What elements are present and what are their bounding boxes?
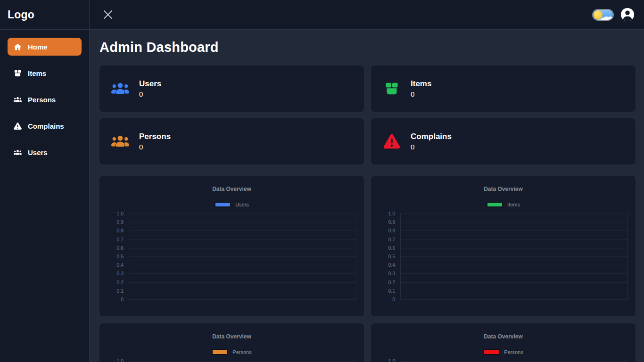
y-axis-tick-label: 0.4 (107, 262, 124, 268)
chart-title: Data Overview (107, 186, 357, 192)
stat-value: 0 (139, 143, 171, 151)
y-axis-line (400, 214, 401, 299)
user-avatar[interactable] (620, 8, 635, 22)
y-axis-tick-label: 0.1 (378, 288, 395, 294)
plot-right-border (356, 214, 356, 299)
y-axis-tick-label: 0.4 (378, 262, 395, 268)
chart-legend[interactable]: Persons (378, 349, 628, 355)
topbar-right (593, 8, 635, 22)
chart-plot-area: 1.00.90.80.70.60.50.40.30.20.10 (107, 214, 357, 299)
gridline (129, 299, 356, 300)
users-icon (13, 95, 22, 104)
y-axis-line (129, 214, 129, 299)
y-axis-tick-label: 0.2 (378, 280, 395, 285)
topbar (90, 0, 644, 30)
stat-label: Persons (139, 132, 171, 141)
y-axis-tick-label: 0.8 (107, 228, 124, 233)
gridline (400, 230, 628, 231)
y-axis-tick-label: 0.7 (378, 237, 395, 242)
sidebar-item-label: Users (28, 148, 48, 156)
sidebar-item-label: Items (28, 69, 46, 77)
y-axis-tick-label: 0.1 (107, 288, 124, 294)
y-axis-tick-label: 0 (378, 296, 395, 302)
sidebar-nav: HomeItemsPersonsComplainsUsers (0, 30, 89, 178)
chart-card-2: Data OverviewItems1.00.90.80.70.60.50.40… (371, 176, 636, 316)
y-axis-tick-label: 0.3 (107, 271, 124, 276)
chart-card-4: Data OverviewPersons1.00.90.80.70.60.50.… (371, 323, 636, 362)
chart-title: Data Overview (378, 186, 628, 192)
chart-legend[interactable]: Persons (107, 349, 357, 355)
gridline (400, 248, 628, 248)
y-axis-tick-label: 0.6 (107, 245, 124, 251)
chart-legend[interactable]: Items (378, 202, 628, 207)
legend-label: Persons (504, 349, 523, 355)
gridline (129, 291, 356, 291)
stat-label: Users (139, 79, 161, 89)
chart-title: Data Overview (107, 333, 357, 340)
charts-grid: Data OverviewUsers1.00.90.80.70.60.50.40… (99, 176, 636, 362)
gridline (129, 282, 356, 283)
gridline (400, 214, 628, 214)
gridline (400, 265, 628, 265)
stat-text: Items0 (411, 79, 431, 98)
page-title: Admin Dashboard (99, 40, 636, 55)
stat-card-complains: Complains0 (371, 118, 636, 165)
warning-icon (13, 122, 22, 130)
sidebar-item-home[interactable]: Home (8, 38, 82, 56)
chart-title: Data Overview (378, 333, 628, 340)
home-icon (13, 42, 22, 51)
users-icon (111, 133, 130, 149)
sidebar-item-label: Complains (28, 122, 64, 130)
stat-text: Persons0 (139, 132, 171, 151)
main-content: Admin Dashboard Users0Items0Persons0Comp… (90, 30, 644, 362)
gridline (129, 273, 356, 274)
box-icon (382, 81, 401, 97)
gridline (400, 256, 628, 257)
gridline (400, 273, 628, 274)
cloud-icon (608, 16, 612, 20)
users-icon (13, 148, 22, 156)
gridline (129, 265, 356, 265)
y-axis-tick-label: 1.0 (378, 358, 395, 362)
sidebar-item-items[interactable]: Items (8, 64, 82, 82)
legend-label: Persons (232, 349, 251, 355)
y-axis-tick-label: 0.8 (378, 228, 395, 233)
gridline (400, 299, 628, 300)
y-axis-tick-label: 1.0 (107, 358, 124, 362)
gridline (129, 239, 356, 240)
stat-card-items: Items0 (371, 66, 636, 112)
sidebar-item-label: Persons (28, 96, 56, 104)
y-axis-tick-label: 0.7 (107, 237, 124, 242)
sidebar-item-users[interactable]: Users (8, 143, 82, 161)
main-wrap: Admin Dashboard Users0Items0Persons0Comp… (90, 0, 644, 362)
sun-icon (594, 10, 603, 19)
gridline (400, 222, 628, 222)
legend-color-chip (483, 349, 500, 355)
gridline (129, 256, 356, 257)
stat-value: 0 (411, 143, 452, 151)
y-axis-tick-label: 0.9 (378, 219, 395, 225)
sidebar-item-persons[interactable]: Persons (8, 90, 82, 108)
gridline (400, 291, 628, 291)
user-avatar-icon (620, 8, 635, 22)
stat-value: 0 (139, 90, 161, 98)
stat-card-persons: Persons0 (99, 118, 364, 165)
sidebar-header: Logo (0, 0, 89, 30)
gridline (129, 361, 356, 362)
chart-card-1: Data OverviewUsers1.00.90.80.70.60.50.40… (99, 176, 364, 316)
legend-label: Items (507, 202, 520, 207)
theme-toggle[interactable] (593, 10, 613, 20)
sidebar-item-complains[interactable]: Complains (8, 117, 82, 135)
plot-right-border (627, 214, 628, 299)
legend-color-chip (212, 349, 228, 355)
stat-label: Items (411, 79, 431, 89)
close-menu-button[interactable] (102, 8, 114, 21)
close-icon (102, 9, 114, 20)
y-axis-tick-label: 1.0 (107, 211, 124, 216)
users-icon (111, 81, 130, 97)
legend-label: Users (235, 202, 249, 207)
chart-legend[interactable]: Users (107, 202, 357, 207)
legend-color-chip (215, 202, 231, 207)
y-axis-tick-label: 0.5 (107, 254, 124, 259)
y-axis-tick-label: 0 (107, 296, 124, 302)
